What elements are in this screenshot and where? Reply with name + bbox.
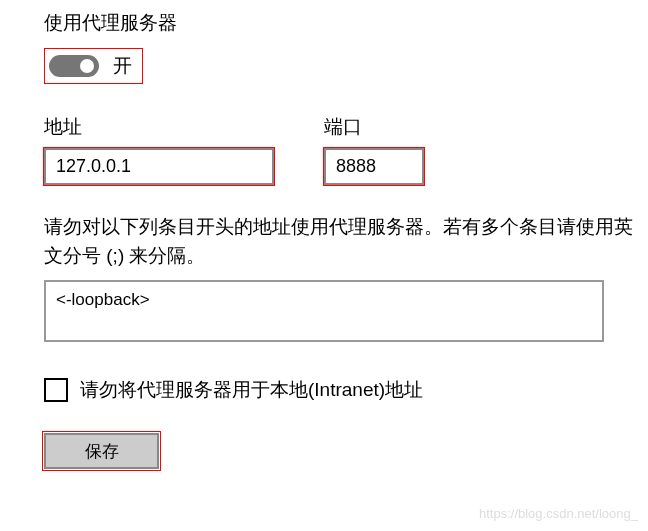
watermark: https://blog.csdn.net/loong_ xyxy=(479,506,638,521)
intranet-checkbox-label: 请勿将代理服务器用于本地(Intranet)地址 xyxy=(80,377,423,403)
port-input[interactable] xyxy=(324,148,424,185)
toggle-knob xyxy=(80,59,94,73)
address-input[interactable] xyxy=(44,148,274,185)
port-group: 端口 xyxy=(324,114,424,185)
port-label: 端口 xyxy=(324,114,424,140)
exception-input[interactable]: <-loopback> xyxy=(44,280,604,342)
address-port-row: 地址 端口 xyxy=(44,114,648,185)
proxy-toggle[interactable] xyxy=(49,55,99,77)
save-button[interactable]: 保存 xyxy=(44,433,159,469)
address-group: 地址 xyxy=(44,114,274,185)
proxy-toggle-label: 开 xyxy=(113,53,132,79)
proxy-section-title: 使用代理服务器 xyxy=(44,10,648,36)
proxy-toggle-row: 开 xyxy=(44,48,143,84)
intranet-checkbox[interactable] xyxy=(44,378,68,402)
exception-instruction: 请勿对以下列条目开头的地址使用代理服务器。若有多个条目请使用英文分号 (;) 来… xyxy=(44,213,634,270)
intranet-checkbox-row: 请勿将代理服务器用于本地(Intranet)地址 xyxy=(44,377,648,403)
address-label: 地址 xyxy=(44,114,274,140)
